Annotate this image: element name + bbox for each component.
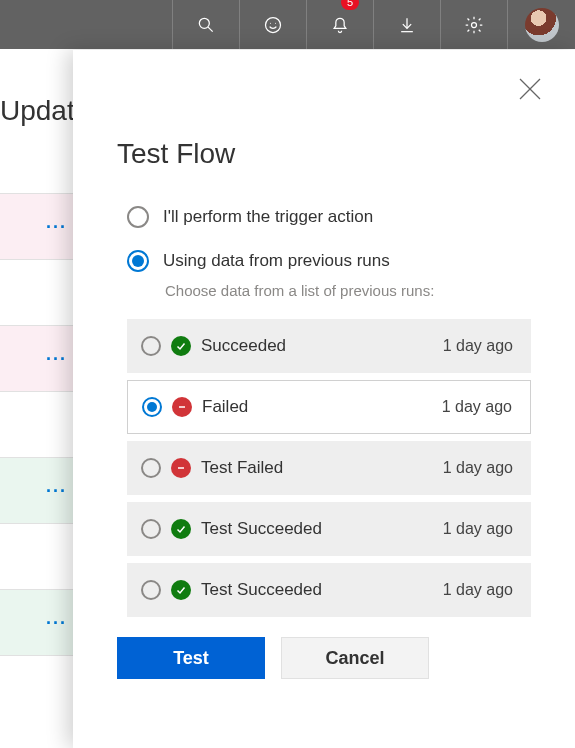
ellipsis-icon: ··· xyxy=(46,480,67,501)
radio-icon xyxy=(127,250,149,272)
run-time-label: 1 day ago xyxy=(443,459,513,477)
svg-point-3 xyxy=(270,22,271,23)
avatar[interactable] xyxy=(507,0,575,49)
option-label: I'll perform the trigger action xyxy=(163,207,373,227)
run-status-label: Test Succeeded xyxy=(201,580,443,600)
search-button[interactable] xyxy=(172,0,239,49)
run-time-label: 1 day ago xyxy=(443,520,513,538)
run-status-label: Test Failed xyxy=(201,458,443,478)
success-icon xyxy=(171,336,191,356)
run-status-label: Test Succeeded xyxy=(201,519,443,539)
svg-point-2 xyxy=(266,17,281,32)
failure-icon xyxy=(171,458,191,478)
radio-icon xyxy=(142,397,162,417)
previous-run-row[interactable]: Test Succeeded1 day ago xyxy=(127,502,531,556)
option-manual-trigger[interactable]: I'll perform the trigger action xyxy=(127,206,531,228)
previous-run-row[interactable]: Succeeded1 day ago xyxy=(127,319,531,373)
radio-icon xyxy=(141,519,161,539)
button-row: Test Cancel xyxy=(117,637,531,679)
previous-run-row[interactable]: Test Failed1 day ago xyxy=(127,441,531,495)
download-button[interactable] xyxy=(373,0,440,49)
svg-line-1 xyxy=(208,27,213,32)
notifications-button[interactable]: 5 xyxy=(306,0,373,49)
radio-icon xyxy=(141,580,161,600)
svg-point-0 xyxy=(199,18,209,28)
radio-icon xyxy=(141,458,161,478)
close-button[interactable] xyxy=(515,74,545,104)
panel-title: Test Flow xyxy=(117,138,531,170)
radio-icon xyxy=(141,336,161,356)
smile-icon xyxy=(263,15,283,35)
gear-icon xyxy=(464,15,484,35)
previous-run-row[interactable]: Failed1 day ago xyxy=(127,380,531,434)
success-icon xyxy=(171,519,191,539)
cancel-button[interactable]: Cancel xyxy=(281,637,429,679)
previous-runs-list: Succeeded1 day agoFailed1 day agoTest Fa… xyxy=(127,319,531,617)
success-icon xyxy=(171,580,191,600)
close-icon xyxy=(515,74,545,104)
ellipsis-icon: ··· xyxy=(46,216,67,237)
option-label: Using data from previous runs xyxy=(163,251,390,271)
option-previous-runs[interactable]: Using data from previous runs xyxy=(127,250,531,272)
run-status-label: Succeeded xyxy=(201,336,443,356)
settings-button[interactable] xyxy=(440,0,507,49)
run-time-label: 1 day ago xyxy=(443,581,513,599)
background-page-title: Updat xyxy=(0,95,75,127)
run-time-label: 1 day ago xyxy=(443,337,513,355)
radio-icon xyxy=(127,206,149,228)
feedback-button[interactable] xyxy=(239,0,306,49)
option-subtext: Choose data from a list of previous runs… xyxy=(165,282,531,299)
run-time-label: 1 day ago xyxy=(442,398,512,416)
previous-run-row[interactable]: Test Succeeded1 day ago xyxy=(127,563,531,617)
button-label: Cancel xyxy=(325,648,384,669)
test-button[interactable]: Test xyxy=(117,637,265,679)
ellipsis-icon: ··· xyxy=(46,348,67,369)
app-header: 5 xyxy=(0,0,575,49)
search-icon xyxy=(196,15,216,35)
ellipsis-icon: ··· xyxy=(46,612,67,633)
test-flow-panel: Test Flow I'll perform the trigger actio… xyxy=(73,50,575,748)
bell-icon xyxy=(330,15,350,35)
avatar-image xyxy=(525,8,559,42)
button-label: Test xyxy=(173,648,209,669)
svg-point-4 xyxy=(275,22,276,23)
download-icon xyxy=(397,15,417,35)
run-status-label: Failed xyxy=(202,397,442,417)
svg-point-7 xyxy=(472,22,477,27)
notification-count-badge: 5 xyxy=(341,0,359,10)
failure-icon xyxy=(172,397,192,417)
